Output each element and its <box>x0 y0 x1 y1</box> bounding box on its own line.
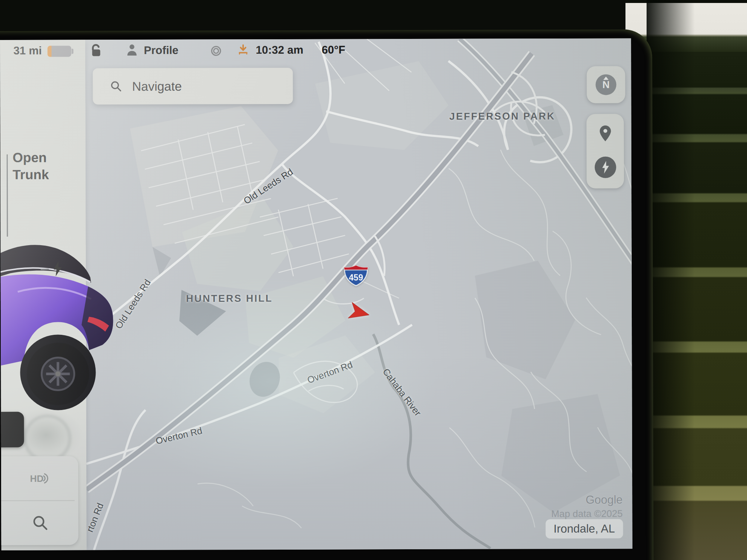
interstate-459-shield: 459 <box>343 265 369 286</box>
north-indicator-icon: N <box>595 74 616 95</box>
navigate-search-box[interactable] <box>93 68 293 104</box>
profile-person-icon[interactable] <box>124 43 139 57</box>
navigate-search-input[interactable] <box>131 78 273 94</box>
profile-button[interactable]: Profile <box>144 44 178 57</box>
charge-port-callout-line <box>41 269 49 270</box>
battery-icon[interactable] <box>47 46 71 57</box>
trunk-callout-line <box>7 154 8 237</box>
hd-radio-icon: HD <box>29 470 52 486</box>
toast-popup[interactable]: e <box>0 412 24 447</box>
place-label-hunters-hill: HUNTERS HILL <box>186 293 273 304</box>
saved-pin-button[interactable] <box>597 124 613 143</box>
search-icon <box>110 80 122 93</box>
current-location-text: Irondale, AL <box>554 522 615 536</box>
map-pins-control <box>587 114 624 189</box>
status-ring-icon[interactable] <box>209 44 223 58</box>
media-search-button[interactable] <box>0 501 79 545</box>
media-dock: HD <box>0 456 79 545</box>
cahaba-river-line <box>373 334 491 549</box>
screen-cast-shadow <box>647 0 695 560</box>
outside-temperature[interactable]: 60°F <box>322 43 345 56</box>
tesla-display: JEFFERSON PARK HUNTERS HILL Old Leeds Rd… <box>0 38 633 550</box>
superchargers-button[interactable] <box>594 156 616 178</box>
compass-north-button[interactable]: N <box>587 66 625 103</box>
open-trunk-button[interactable]: Open Trunk <box>13 149 49 183</box>
compass-letter: N <box>602 79 610 90</box>
hd-radio-button[interactable]: HD <box>0 456 78 500</box>
battery-range-text[interactable]: 31 mi <box>13 44 42 57</box>
software-update-download-icon[interactable] <box>236 43 250 56</box>
current-location-badge: Irondale, AL <box>545 519 623 539</box>
place-label-jefferson-park: JEFFERSON PARK <box>449 110 555 122</box>
charger-bolt-icon <box>601 160 610 174</box>
vehicle-render <box>0 236 129 416</box>
photo-of-tesla-screen: JEFFERSON PARK HUNTERS HILL Old Leeds Rd… <box>0 0 747 560</box>
charge-port-bolt-icon[interactable] <box>53 260 63 277</box>
tesla-touchscreen: JEFFERSON PARK HUNTERS HILL Old Leeds Rd… <box>0 29 654 560</box>
map-canvas[interactable]: JEFFERSON PARK HUNTERS HILL Old Leeds Rd… <box>85 38 633 550</box>
shield-number: 459 <box>349 273 363 282</box>
search-icon <box>32 514 49 531</box>
unlocked-lock-icon[interactable] <box>90 43 102 58</box>
map-data-copyright: Map data ©2025 <box>551 508 623 520</box>
clock-text: 10:32 am <box>256 44 303 56</box>
vehicle-status-panel: Open Trunk <box>0 40 87 550</box>
hd-radio-label: HD <box>30 473 44 483</box>
google-watermark: Google <box>585 493 622 507</box>
